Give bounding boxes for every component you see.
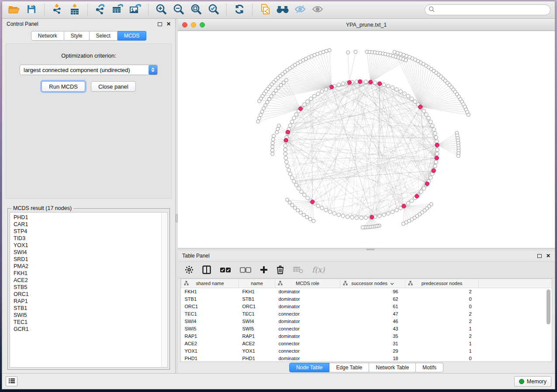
table-cell[interactable]: TEC1 [239, 310, 275, 317]
splitter-grip[interactable] [176, 214, 178, 222]
graph-node[interactable] [316, 92, 320, 95]
scrollbar-thumb[interactable] [547, 289, 550, 324]
graph-node[interactable] [272, 134, 276, 138]
graph-mcds-node[interactable] [432, 169, 436, 173]
table-cell[interactable]: RAP1 [181, 332, 239, 340]
close-panel-button[interactable]: Close panel [91, 81, 136, 92]
graph-node[interactable] [364, 216, 367, 220]
delete-columns-button[interactable] [277, 265, 284, 274]
table-cell[interactable]: 46 [340, 317, 405, 325]
tab-motifs[interactable]: Motifs [416, 363, 443, 372]
graph-node[interactable] [270, 148, 274, 152]
select-all-columns-button[interactable] [220, 267, 231, 273]
column-header-MCDS-role[interactable]: MCDS role [275, 279, 340, 288]
optimization-criterion-select[interactable]: largest connected component (undirected) [20, 65, 158, 75]
table-cell[interactable]: 43 [340, 325, 405, 332]
graph-node[interactable] [264, 103, 267, 107]
table-cell[interactable]: connector [275, 310, 340, 317]
copy-style-button[interactable] [258, 3, 273, 17]
table-cell[interactable]: 0 [405, 303, 479, 310]
graph-node[interactable] [429, 120, 432, 124]
graph-node[interactable] [427, 116, 430, 120]
graph-node[interactable] [433, 131, 437, 135]
table-cell[interactable]: 2 [405, 332, 479, 340]
graph-node[interactable] [257, 100, 261, 103]
graph-node[interactable] [296, 209, 300, 212]
graph-node[interactable] [285, 198, 289, 202]
table-cell[interactable]: SWI4 [239, 317, 275, 325]
close-panel-icon[interactable]: ✕ [166, 21, 171, 27]
column-header-name[interactable]: name [239, 279, 275, 288]
mcds-result-item[interactable]: RAP1 [14, 298, 167, 305]
table-cell[interactable]: 29 [340, 347, 405, 354]
graph-node[interactable] [288, 172, 292, 175]
table-cell[interactable]: YOX1 [181, 347, 239, 354]
graph-node[interactable] [271, 138, 275, 141]
graph-node[interactable] [395, 208, 398, 212]
table-cell[interactable]: dominator [275, 354, 340, 362]
tab-style[interactable]: Style [64, 31, 90, 41]
graph-node[interactable] [404, 58, 408, 62]
table-cell[interactable]: 1 [405, 347, 479, 354]
mcds-result-item[interactable]: TID3 [14, 235, 167, 242]
graph-node[interactable] [406, 94, 410, 98]
search-field[interactable] [425, 4, 550, 15]
table-cell[interactable]: 0 [405, 354, 479, 362]
mcds-result-item[interactable]: SWI4 [14, 249, 167, 256]
graph-node[interactable] [292, 116, 296, 120]
graph-node[interactable] [303, 193, 306, 196]
mcds-result-item[interactable]: ACE2 [14, 277, 167, 284]
close-panel-icon[interactable]: ✕ [546, 253, 550, 258]
table-cell[interactable]: dominator [275, 288, 340, 295]
graph-mcds-node[interactable] [311, 200, 315, 204]
table-cell[interactable]: 47 [340, 310, 405, 317]
graph-node[interactable] [284, 152, 287, 155]
column-layout-button[interactable] [202, 265, 211, 274]
table-cell[interactable]: ACE2 [181, 340, 239, 347]
graph-node[interactable] [387, 212, 390, 215]
graph-node[interactable] [467, 113, 470, 117]
graph-node[interactable] [422, 186, 426, 190]
graph-node[interactable] [337, 213, 340, 217]
table-row[interactable]: SWI5SWI5connector431 [181, 325, 553, 332]
graph-node[interactable] [350, 216, 354, 219]
graph-mcds-node[interactable] [435, 156, 439, 160]
graph-node[interactable] [430, 124, 434, 127]
graph-node[interactable] [271, 141, 274, 145]
graph-node[interactable] [290, 176, 294, 179]
zoom-selected-button[interactable] [206, 3, 221, 17]
graph-node[interactable] [341, 214, 345, 217]
graph-node[interactable] [271, 145, 274, 148]
search-input[interactable] [437, 7, 547, 14]
table-cell[interactable]: YOX1 [239, 347, 275, 354]
graph-node[interactable] [436, 148, 439, 151]
mcds-list-scrollbar[interactable] [161, 213, 167, 367]
graph-node[interactable] [292, 179, 296, 183]
table-cell[interactable]: ACE2 [239, 340, 275, 347]
graph-node[interactable] [291, 203, 294, 207]
graph-node[interactable] [432, 127, 436, 131]
table-cell[interactable]: connector [275, 340, 340, 347]
table-cell[interactable]: RAP1 [239, 332, 275, 340]
network-canvas[interactable] [178, 31, 555, 248]
graph-mcds-node[interactable] [358, 79, 362, 83]
table-cell[interactable]: FKH1 [181, 288, 239, 295]
mcds-result-item[interactable]: STB5 [14, 284, 167, 291]
export-image-button[interactable] [128, 3, 143, 17]
table-cell[interactable]: 62 [340, 295, 405, 303]
graph-node[interactable] [277, 124, 280, 127]
mcds-result-list[interactable]: PHD1CAR1STP4TID3YOX1SWI4SRD1PMA2FKH1ACE2… [10, 212, 168, 368]
graph-node[interactable] [276, 127, 280, 131]
table-cell[interactable]: 2 [405, 310, 479, 317]
graph-mcds-node[interactable] [419, 105, 422, 109]
first-neighbors-button[interactable] [275, 3, 290, 17]
tab-node-table[interactable]: Node Table [289, 363, 330, 372]
table-cell[interactable]: dominator [275, 295, 340, 303]
mcds-result-item[interactable]: PHD1 [14, 214, 167, 221]
table-cell[interactable]: connector [275, 325, 340, 332]
mcds-result-item[interactable]: STB1 [14, 305, 167, 312]
graph-node[interactable] [285, 160, 288, 164]
graph-node[interactable] [433, 164, 437, 168]
graph-node[interactable] [355, 216, 358, 220]
zoom-in-button[interactable] [154, 3, 169, 17]
